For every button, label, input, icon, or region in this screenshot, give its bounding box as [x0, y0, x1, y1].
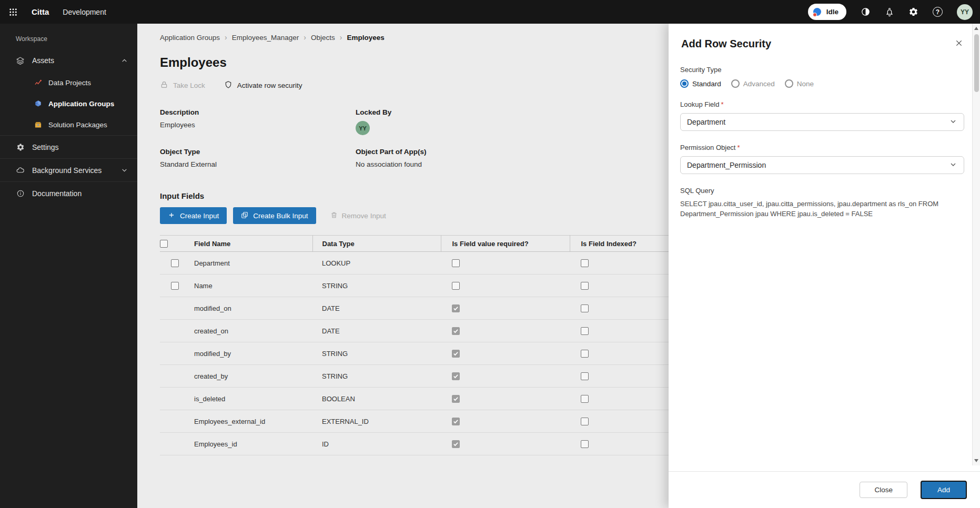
breadcrumb-link[interactable]: Objects	[311, 34, 335, 42]
sidebar-item-solution-packages[interactable]: Solution Packages	[0, 114, 137, 135]
lookup-field-label: Lookup Field*	[680, 100, 964, 108]
sidebar-item-label: Documentation	[32, 189, 82, 198]
take-lock-button[interactable]: Take Lock	[160, 80, 205, 90]
column-header-required[interactable]: Is Field value required?	[441, 236, 570, 252]
indexed-checkbox[interactable]	[581, 395, 589, 403]
breadcrumb-separator-icon: ›	[340, 33, 342, 42]
indexed-checkbox[interactable]	[581, 282, 589, 290]
sidebar-item-label: Application Groups	[48, 100, 114, 108]
gear-icon	[16, 143, 25, 151]
trash-icon	[330, 211, 338, 220]
info-icon	[16, 189, 25, 198]
required-checkbox[interactable]	[452, 327, 460, 335]
sidebar-item-label: Data Projects	[48, 79, 91, 87]
take-lock-label: Take Lock	[173, 82, 205, 89]
security-type-option[interactable]: None	[785, 79, 814, 88]
row-select-checkbox[interactable]	[171, 282, 179, 290]
create-bulk-input-label: Create Bulk Input	[253, 212, 308, 220]
gear-icon[interactable]	[908, 7, 918, 17]
data-type-cell: DATE	[312, 297, 441, 320]
select-all-checkbox[interactable]	[160, 240, 168, 248]
sidebar-item-data-projects[interactable]: Data Projects	[0, 72, 137, 93]
radio-icon	[680, 79, 689, 88]
required-checkbox[interactable]	[452, 440, 460, 448]
data-type-cell: EXTERNAL_ID	[312, 410, 441, 433]
lookup-field-select[interactable]: Department	[680, 113, 964, 131]
radio-label: None	[797, 80, 814, 88]
column-header-field-name[interactable]: Field Name	[190, 236, 312, 252]
sidebar-item-application-groups[interactable]: Application Groups	[0, 93, 137, 114]
column-header-data-type[interactable]: Data Type	[312, 236, 441, 252]
indexed-checkbox[interactable]	[581, 327, 589, 335]
breadcrumb-link[interactable]: Employees_Manager	[232, 34, 299, 42]
add-button[interactable]: Add	[921, 481, 967, 499]
permission-object-select[interactable]: Department_Permission	[680, 156, 964, 174]
indexed-checkbox[interactable]	[581, 259, 589, 267]
field-name-cell: created_by	[190, 365, 312, 388]
sidebar-item-documentation[interactable]: Documentation	[0, 181, 137, 205]
row-select-checkbox[interactable]	[171, 259, 179, 267]
scroll-up-icon[interactable]	[974, 27, 978, 30]
brand-menu[interactable]: Citta	[32, 7, 49, 16]
close-button[interactable]: Close	[860, 482, 907, 498]
data-type-cell: DATE	[312, 320, 441, 342]
security-type-label: Security Type	[680, 66, 964, 74]
vertical-scrollbar[interactable]	[972, 24, 980, 465]
chart-icon	[34, 79, 43, 87]
locked-by-avatar: YY	[356, 121, 370, 135]
required-checkbox[interactable]	[452, 350, 460, 358]
sidebar-item-label: Solution Packages	[48, 121, 107, 129]
indexed-checkbox[interactable]	[581, 372, 589, 380]
indexed-checkbox[interactable]	[581, 418, 589, 425]
status-pill-label: Idle	[826, 8, 838, 16]
close-icon[interactable]	[954, 38, 964, 48]
data-type-cell: LOOKUP	[312, 252, 441, 275]
scroll-down-icon[interactable]	[974, 459, 978, 462]
status-pill[interactable]: Idle	[808, 4, 846, 20]
required-checkbox[interactable]	[452, 259, 460, 267]
contrast-theme-icon[interactable]	[861, 7, 871, 17]
chevron-down-icon	[121, 167, 128, 174]
remove-input-label: Remove Input	[342, 212, 386, 220]
scrollbar-thumb[interactable]	[974, 34, 979, 92]
development-menu[interactable]: Development	[63, 8, 106, 16]
description-label: Description	[160, 108, 356, 116]
breadcrumb-link[interactable]: Application Groups	[160, 34, 220, 42]
create-input-button[interactable]: Create Input	[160, 207, 227, 224]
create-bulk-input-button[interactable]: Create Bulk Input	[233, 207, 316, 224]
sidebar-item-background-services[interactable]: Background Services	[0, 158, 137, 181]
required-checkbox[interactable]	[452, 395, 460, 403]
permission-object-label: Permission Object*	[680, 144, 964, 151]
app-launcher-grid-icon[interactable]	[8, 7, 18, 17]
add-row-security-drawer: Add Row Security Security Type Standard …	[669, 24, 980, 508]
object-type-label: Object Type	[160, 148, 356, 156]
remove-input-button[interactable]: Remove Input	[330, 211, 386, 220]
required-checkbox[interactable]	[452, 372, 460, 380]
security-type-option[interactable]: Advanced	[731, 79, 775, 88]
data-type-cell: BOOLEAN	[312, 388, 441, 410]
required-checkbox[interactable]	[452, 282, 460, 290]
indexed-checkbox[interactable]	[581, 350, 589, 358]
layers-icon	[16, 56, 25, 65]
sidebar-item-assets[interactable]: Assets	[0, 49, 137, 72]
drawer-title: Add Row Security	[681, 38, 771, 50]
field-name-cell: Department	[190, 252, 312, 275]
breadcrumb-current: Employees	[347, 34, 384, 42]
sidebar-item-label: Assets	[32, 56, 54, 65]
indexed-checkbox[interactable]	[581, 304, 589, 312]
required-checkbox[interactable]	[452, 304, 460, 312]
chevron-down-icon	[949, 160, 957, 170]
object-part-field: Object Part of App(s) No association fou…	[356, 148, 560, 168]
cube-icon	[34, 100, 43, 108]
citta-logo-icon	[813, 7, 822, 17]
help-icon[interactable]	[933, 7, 943, 17]
indexed-checkbox[interactable]	[581, 440, 589, 448]
activate-row-security-button[interactable]: Activate row security	[224, 80, 302, 90]
user-avatar[interactable]: YY	[957, 4, 973, 20]
required-checkbox[interactable]	[452, 418, 460, 425]
sidebar-item-settings[interactable]: Settings	[0, 135, 137, 158]
bell-icon[interactable]	[885, 7, 894, 17]
object-type-field: Object Type Standard External	[160, 148, 356, 168]
breadcrumb-separator-icon: ›	[304, 33, 306, 42]
security-type-option[interactable]: Standard	[680, 79, 721, 88]
